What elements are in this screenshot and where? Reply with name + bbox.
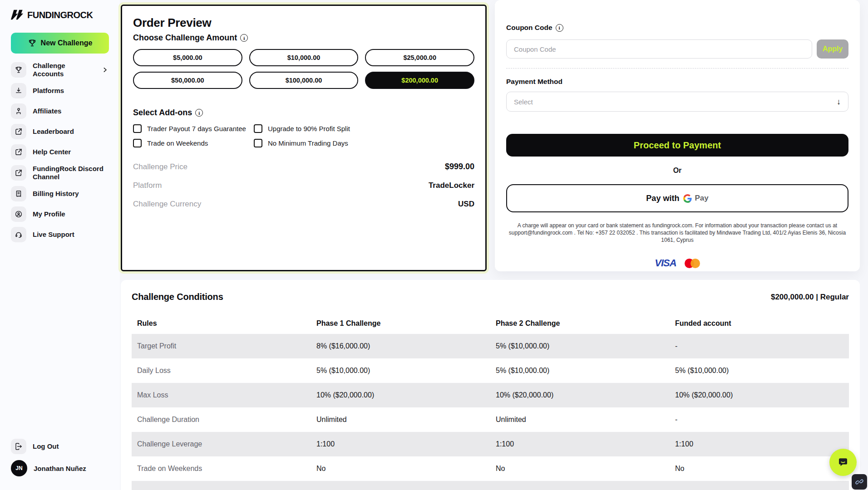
arrow-down-icon: ↓ — [837, 97, 841, 107]
selected-plan-badge: $200,000.00 | Regular — [771, 293, 849, 302]
table-header: Rules Phase 1 Challenge Phase 2 Challeng… — [132, 319, 849, 328]
brand-name: FUNDINGROCK — [27, 10, 93, 20]
headset-icon — [11, 227, 26, 242]
payment-method-select[interactable]: Select ↓ — [506, 92, 848, 112]
amount-button-5000[interactable]: $5,000.00 — [133, 49, 242, 66]
charge-disclaimer: A charge will appear on your card or ban… — [506, 222, 848, 244]
avatar: JN — [11, 460, 27, 476]
apply-button[interactable]: Apply — [817, 39, 848, 59]
sidebar-item-discord[interactable]: FundingRock Discord Channel — [11, 165, 113, 181]
amount-button-200000[interactable]: $200,000.00 — [365, 72, 474, 89]
external-link-icon — [11, 124, 26, 139]
funded-cell: 10% ($20,000.00) — [675, 391, 854, 399]
trophy-icon — [11, 62, 26, 78]
phase1-cell: 1:100 — [316, 440, 496, 448]
or-separator: Or — [506, 167, 848, 175]
checkbox[interactable] — [133, 124, 142, 133]
visa-logo: VISA — [655, 257, 676, 269]
info-icon[interactable]: i — [240, 34, 248, 42]
funded-cell: 5% ($10,000.00) — [675, 367, 854, 375]
table-row: Minimum Trading Days 4 Days 4 Days — [132, 481, 849, 490]
trophy-icon — [28, 39, 37, 48]
sidebar-item-platforms[interactable]: Platforms — [11, 83, 113, 98]
google-pay-icon — [683, 194, 692, 203]
live-chat-button[interactable] — [829, 449, 857, 476]
chevron-right-icon — [102, 67, 108, 73]
link-badge[interactable] — [852, 474, 867, 490]
funded-cell: - — [675, 342, 854, 350]
order-preview-panel: Order Preview Choose Challenge Amount i … — [121, 5, 487, 271]
funded-cell: 1:100 — [675, 440, 854, 448]
amount-grid: $5,000.00 $10,000.00 $25,000.00 $50,000.… — [133, 49, 474, 89]
rule-cell: Trade on Weekends — [137, 465, 316, 473]
proceed-to-payment-button[interactable]: Proceed to Payment — [506, 134, 848, 157]
link-icon — [855, 478, 863, 486]
rule-cell: Target Profit — [137, 342, 316, 350]
sidebar-item-billing-history[interactable]: Billing History — [11, 186, 113, 201]
network-icon — [11, 103, 26, 119]
sidebar: FUNDINGROCK New Challenge Challenge Acco… — [0, 0, 120, 490]
price-value: $999.00 — [445, 162, 474, 172]
coupon-label: Coupon Code — [506, 24, 552, 32]
mastercard-logo — [685, 259, 700, 268]
sidebar-item-live-support[interactable]: Live Support — [11, 227, 113, 242]
payment-panel: Coupon Code i Apply Payment Method Selec… — [495, 0, 860, 271]
amount-button-50000[interactable]: $50,000.00 — [133, 72, 242, 89]
column-phase2: Phase 2 Challenge — [496, 319, 675, 328]
sidebar-item-my-profile[interactable]: My Profile — [11, 206, 113, 222]
phase2-cell: 1:100 — [496, 440, 675, 448]
funded-cell: No — [675, 465, 854, 473]
table-row: Max Loss 10% ($20,000.00) 10% ($20,000.0… — [132, 383, 849, 407]
fundingrock-logo-icon — [10, 8, 24, 22]
table-row: Challenge Leverage 1:100 1:100 1:100 — [132, 432, 849, 456]
amount-button-25000[interactable]: $25,000.00 — [365, 49, 474, 66]
table-row: Trade on Weekends No No No — [132, 456, 849, 481]
sidebar-menu: Challenge Accounts Platforms Affiliates — [11, 62, 113, 242]
sidebar-item-leaderboard[interactable]: Leaderboard — [11, 124, 113, 139]
info-icon[interactable]: i — [195, 109, 203, 117]
google-pay-button[interactable]: Pay with Pay — [506, 184, 848, 212]
external-link-icon — [11, 144, 26, 160]
download-icon — [11, 83, 26, 98]
currency-label: Challenge Currency — [133, 200, 201, 209]
logout-button[interactable]: Log Out — [11, 439, 86, 454]
addon-profit-split[interactable]: Upgrade to 90% Profit Split — [254, 124, 474, 133]
sidebar-item-affiliates[interactable]: Affiliates — [11, 103, 113, 119]
choose-amount-label: Choose Challenge Amount — [133, 33, 237, 43]
addon-trade-weekends[interactable]: Trade on Weekends — [133, 139, 254, 147]
platform-label: Platform — [133, 181, 162, 190]
phase1-cell: No — [316, 465, 496, 473]
rule-cell: Max Loss — [137, 391, 316, 399]
phase2-cell: 5% ($10,000.00) — [496, 367, 675, 375]
brand[interactable]: FUNDINGROCK — [10, 8, 93, 22]
user-menu[interactable]: JN Jonathan Nuñez — [11, 460, 86, 476]
checkbox[interactable] — [254, 139, 262, 147]
sidebar-bottom: Log Out JN Jonathan Nuñez — [11, 439, 86, 476]
rule-cell: Daily Loss — [137, 367, 316, 375]
coupon-input[interactable] — [506, 39, 812, 59]
addons-label: Select Add-ons — [133, 108, 192, 118]
phase1-cell: 5% ($10,000.00) — [316, 367, 496, 375]
phase2-cell: 5% ($10,000.00) — [496, 342, 675, 350]
conditions-table: Target Profit 8% ($16,000.00) 5% ($10,00… — [132, 334, 849, 490]
logout-icon — [11, 439, 26, 454]
rule-cell: Challenge Leverage — [137, 440, 316, 448]
rule-cell: Challenge Duration — [137, 416, 316, 424]
column-funded: Funded account — [675, 319, 854, 328]
checkbox[interactable] — [254, 124, 262, 133]
info-icon[interactable]: i — [556, 24, 563, 32]
phase2-cell: No — [496, 465, 675, 473]
addon-no-min-days[interactable]: No Minimum Trading Days — [254, 139, 474, 147]
profile-icon — [11, 206, 26, 222]
accepted-cards: VISA — [506, 257, 848, 269]
checkbox[interactable] — [133, 139, 142, 147]
addon-trader-payout[interactable]: Trader Payout 7 days Guarantee — [133, 124, 254, 133]
amount-button-100000[interactable]: $100,000.00 — [249, 72, 359, 89]
column-phase1: Phase 1 Challenge — [316, 319, 496, 328]
new-challenge-button[interactable]: New Challenge — [11, 33, 109, 54]
sidebar-item-challenge-accounts[interactable]: Challenge Accounts — [11, 62, 113, 78]
external-link-icon — [11, 165, 26, 181]
table-row: Daily Loss 5% ($10,000.00) 5% ($10,000.0… — [132, 358, 849, 383]
amount-button-10000[interactable]: $10,000.00 — [249, 49, 359, 66]
sidebar-item-help-center[interactable]: Help Center — [11, 144, 113, 160]
